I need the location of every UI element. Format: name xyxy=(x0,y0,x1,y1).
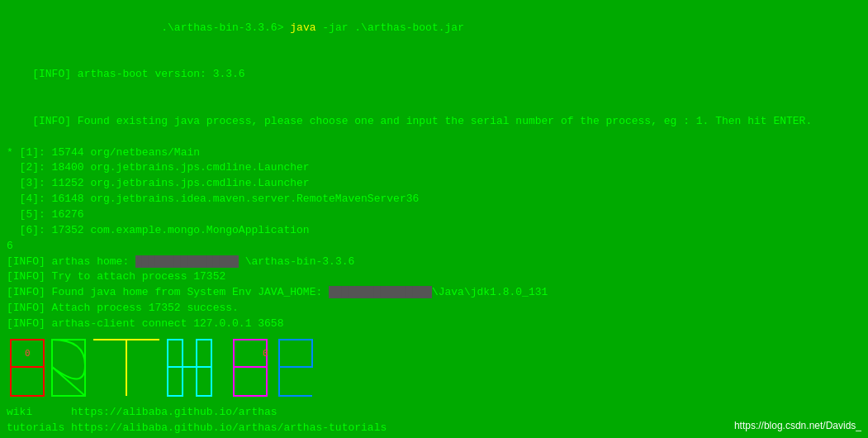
proc-4-line: [4]: 16148 org.jetbrains.idea.maven.serv… xyxy=(7,192,861,207)
wiki-line: wiki https://alibaba.github.io/arthas xyxy=(7,405,861,421)
proc-1-line: * [1]: 15744 org/netbeans/Main xyxy=(7,145,861,161)
proc-6-line: [6]: 17352 com.example.mongo.MongoApplic… xyxy=(7,223,861,239)
info-home-line: [INFO] arthas home: ████████████████ \ar… xyxy=(7,255,861,270)
proc-2-line: [2]: 18400 org.jetbrains.jps.cmdline.Lau… xyxy=(7,160,861,176)
choose-word: choose xyxy=(310,115,349,127)
rest-of-line: input the serial number of the process, … xyxy=(400,115,812,127)
info-found-line: [INFO] Found existing java process, plea… xyxy=(7,98,861,145)
svg-line-3 xyxy=(52,367,85,396)
and-word: and xyxy=(381,115,400,127)
proc-5-line: [5]: 16276 xyxy=(7,207,861,223)
terminal-window: .\arthas-bin-3.3.6> java -jar .\arthas-b… xyxy=(0,0,868,438)
info-version-line: [INFO] arthas-boot version: 3.3.6 xyxy=(7,52,861,99)
info-try-attach-line: [INFO] Try to attach process 17352 xyxy=(7,269,861,285)
command-args: -jar .\arthas-boot.jar xyxy=(316,21,464,34)
title-bar-line: .\arthas-bin-3.3.6> java -jar .\arthas-b… xyxy=(7,5,861,52)
svg-text:0: 0 xyxy=(263,348,268,359)
proc-3-line: [3]: 11252 org.jetbrains.jps.cmdline.Lau… xyxy=(7,176,861,192)
info-connect-line: [INFO] arthas-client connect 127.0.0.1 3… xyxy=(7,317,861,332)
watermark: https://blog.csdn.net/Davids_ xyxy=(734,420,861,431)
info-attach-success-line: [INFO] Attach process 17352 success. xyxy=(7,301,861,317)
info-tag-2: [INFO] Found existing java process, plea… xyxy=(32,115,309,127)
info-tag-1: [INFO] xyxy=(32,68,78,80)
input-line: 6 xyxy=(7,239,861,255)
arthas-logo: 0 0 xyxy=(7,336,861,402)
logo-svg: 0 0 xyxy=(7,336,378,400)
info-java-home-line: [INFO] Found java home from System Env J… xyxy=(7,285,861,301)
path-text: .\arthas-bin-3.3.6> xyxy=(32,21,290,34)
svg-text:0: 0 xyxy=(25,348,31,359)
one-word: one xyxy=(349,115,381,127)
java-command: java xyxy=(290,21,315,34)
info-version-text: arthas-boot version: 3.3.6 xyxy=(78,68,245,80)
tutorials-line: tutorials https://alibaba.github.io/arth… xyxy=(7,421,861,436)
